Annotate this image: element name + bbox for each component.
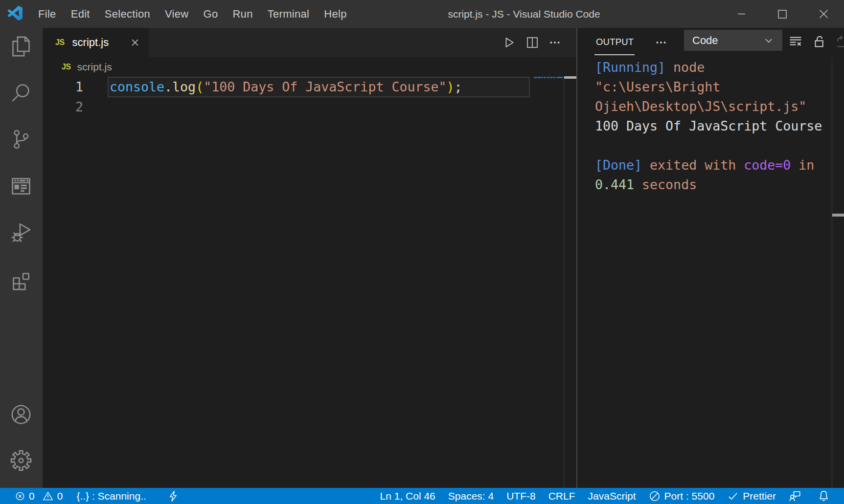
output-log: [Running] node "c:\Users\Bright Ojieh\De…	[595, 58, 822, 195]
language-label: JavaScript	[588, 490, 636, 502]
code-token: )	[447, 79, 455, 94]
warning-icon	[43, 491, 53, 502]
problems-status[interactable]: 0 0	[9, 488, 69, 504]
output-line: [Running] node	[595, 58, 822, 77]
close-window-button[interactable]	[803, 0, 844, 28]
output-segment: seconds	[634, 177, 697, 192]
tab-script-js[interactable]: JS script.js	[43, 28, 149, 57]
output-segment: 0.441	[595, 177, 634, 192]
circle-slash-icon	[649, 490, 661, 502]
output-line: Ojieh\Desktop\JS\script.js"	[595, 97, 822, 116]
menu-selection[interactable]: Selection	[97, 0, 158, 28]
minimize-icon	[737, 10, 746, 18]
eol-status[interactable]: CRLF	[542, 488, 582, 504]
explorer-icon[interactable]	[10, 35, 32, 58]
output-segment: "c:\Users\Bright	[595, 79, 720, 94]
tab-label: script.js	[72, 36, 109, 49]
chevron-down-icon	[762, 34, 775, 47]
maximize-button[interactable]	[762, 0, 803, 28]
account-icon[interactable]	[10, 403, 32, 426]
run-code-button[interactable]	[502, 36, 515, 49]
tab-close-button[interactable]	[130, 37, 140, 48]
live-server-port-status[interactable]: Port : 5500	[642, 488, 721, 504]
source-control-icon[interactable]	[10, 128, 32, 151]
menu-go[interactable]: Go	[196, 0, 225, 28]
menu-run[interactable]: Run	[225, 0, 260, 28]
output-segment: in	[791, 157, 814, 173]
code-token: ;	[455, 79, 462, 94]
panel-more-actions-icon[interactable]	[655, 36, 667, 49]
open-output-in-editor-icon[interactable]	[834, 35, 844, 48]
close-icon	[130, 37, 140, 48]
menu-file[interactable]: File	[31, 0, 64, 28]
output-segment: code=0	[744, 157, 791, 173]
menu-view[interactable]: View	[158, 0, 196, 28]
code-token: (	[196, 79, 204, 94]
menu-terminal[interactable]: Terminal	[260, 0, 317, 28]
status-bar: 0 0 {..} : Scanning.. Ln 1, Col 46 Space…	[0, 488, 844, 504]
feedback-status[interactable]	[782, 488, 811, 504]
output-line: "c:\Users\Bright	[595, 77, 822, 97]
panel-tab-active-underline	[594, 54, 635, 55]
output-channel-value: Code	[692, 30, 718, 51]
line-col-label: Ln 1, Col 46	[380, 490, 435, 502]
unlock-icon[interactable]	[812, 35, 826, 48]
minimize-button[interactable]	[721, 0, 762, 28]
breadcrumb[interactable]: JS script.js	[43, 57, 576, 77]
output-line: 100 Days Of JavaScript Course	[595, 116, 822, 136]
overview-ruler-border	[564, 76, 564, 488]
live-reload-status[interactable]	[153, 488, 189, 504]
code-line-1[interactable]: console.log("100 Days Of JavaScript Cour…	[110, 77, 462, 97]
indentation-status[interactable]: Spaces: 4	[442, 488, 500, 504]
split-editor-button[interactable]	[526, 36, 539, 49]
menu-edit[interactable]: Edit	[64, 0, 97, 28]
window-title: script.js - JS - Visual Studio Code	[421, 0, 627, 28]
warning-count: 0	[57, 490, 63, 502]
overview-ruler-cursor	[564, 76, 576, 79]
error-icon	[15, 491, 25, 501]
maximize-icon	[778, 10, 787, 19]
output-channel-select[interactable]: Code	[684, 30, 782, 51]
output-segment: [Done]	[595, 157, 642, 173]
run-and-debug-icon[interactable]	[10, 221, 32, 244]
line-number: 2	[43, 97, 83, 117]
output-segment: 100 Days Of JavaScript Course	[595, 118, 822, 133]
notifications-status[interactable]	[811, 488, 830, 504]
close-icon	[819, 9, 828, 19]
activity-bar	[0, 28, 43, 488]
cursor-position-status[interactable]: Ln 1, Col 46	[374, 488, 442, 504]
settings-gear-icon[interactable]	[10, 449, 32, 472]
prettier-label: Prettier	[743, 490, 776, 502]
output-line	[595, 136, 822, 155]
clear-output-button[interactable]	[789, 35, 802, 48]
panel-overview-ruler-border	[832, 58, 832, 488]
js-file-icon: JS	[62, 63, 71, 71]
browser-preview-icon[interactable]	[10, 175, 32, 197]
editor-group: JS script.js JS script.js 1 2 console.lo…	[43, 28, 576, 488]
more-actions-icon[interactable]	[548, 36, 561, 49]
menu-help[interactable]: Help	[317, 0, 354, 28]
breadcrumb-file[interactable]: script.js	[77, 61, 112, 73]
lightning-bolt-icon	[167, 490, 179, 502]
minimap[interactable]	[534, 77, 563, 78]
prettier-status[interactable]: Prettier	[721, 488, 782, 504]
output-line: 0.441 seconds	[595, 175, 822, 195]
scanning-label: {..} : Scanning..	[76, 490, 146, 502]
menu-bar: File Edit Selection View Go Run Terminal…	[31, 0, 354, 28]
panel-tab-output[interactable]: OUTPUT	[596, 28, 634, 55]
eol-label: CRLF	[548, 490, 575, 502]
output-line: [Done] exited with code=0 in	[595, 155, 822, 175]
output-segment: node	[673, 60, 705, 75]
scanning-status[interactable]: {..} : Scanning..	[70, 488, 152, 504]
encoding-label: UTF-8	[506, 490, 536, 502]
error-count: 0	[29, 490, 35, 502]
title-bar: File Edit Selection View Go Run Terminal…	[0, 0, 844, 28]
language-mode-status[interactable]: JavaScript	[582, 488, 642, 504]
output-segment: Ojieh\Desktop\JS\script.js"	[595, 99, 806, 114]
encoding-status[interactable]: UTF-8	[500, 488, 542, 504]
vscode-window: File Edit Selection View Go Run Terminal…	[0, 0, 844, 504]
bell-icon	[818, 490, 830, 502]
extensions-icon[interactable]	[10, 268, 32, 291]
code-token: console	[110, 79, 164, 94]
search-icon[interactable]	[10, 82, 32, 104]
